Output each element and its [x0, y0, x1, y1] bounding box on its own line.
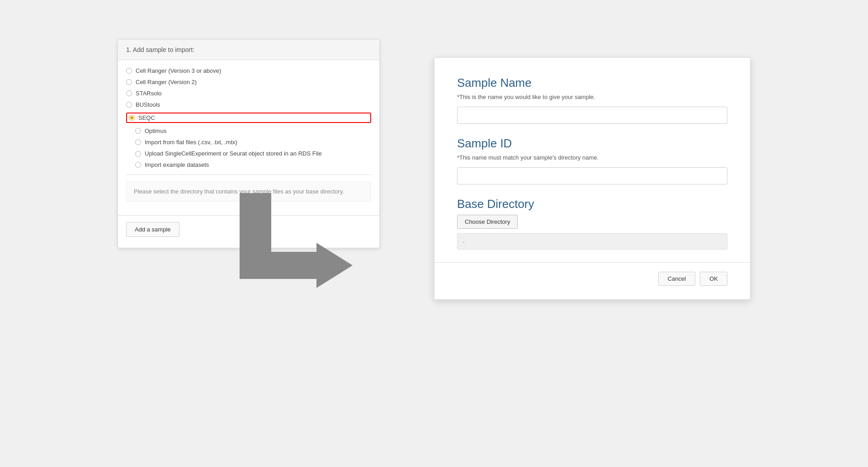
radio-circle-optimus[interactable] [135, 128, 141, 134]
base-directory-section: Base Directory Choose Directory . [457, 197, 727, 250]
sample-id-description: *This name must match your sample's dire… [457, 154, 727, 161]
radio-label-flatfiles: Import from flat files (.csv, .txt, .mtx… [145, 139, 237, 146]
radio-circle-bustools[interactable] [126, 102, 132, 108]
sample-name-title: Sample Name [457, 76, 727, 90]
dialog-footer: Cancel OK [457, 272, 727, 286]
radio-circle-starsolo[interactable] [126, 90, 132, 96]
radio-label-bustools: BUStools [136, 101, 160, 108]
radio-circle-seqc[interactable] [129, 115, 135, 121]
radio-item-singlecell[interactable]: Upload SingleCellExperiment or Seurat ob… [126, 150, 371, 157]
radio-circle-flatfiles[interactable] [135, 139, 141, 145]
separator [126, 175, 371, 175]
radio-label-singlecell: Upload SingleCellExperiment or Seurat ob… [145, 150, 322, 157]
sample-id-title: Sample ID [457, 137, 727, 151]
radio-item-starsolo[interactable]: STARsolo [126, 90, 371, 97]
current-directory-display: . [457, 233, 727, 250]
radio-label-starsolo: STARsolo [136, 90, 162, 97]
left-panel-header: 1. Add sample to import: [118, 40, 379, 60]
radio-label-example: Import example datasets [145, 161, 209, 168]
sample-name-description: *This is the name you would like to give… [457, 94, 727, 100]
radio-circle-example[interactable] [135, 162, 141, 168]
sample-name-input[interactable] [457, 107, 727, 124]
radio-label-optimus: Optimus [145, 127, 166, 134]
radio-item-cellranger2[interactable]: Cell Ranger (Version 2) [126, 79, 371, 85]
arrow-icon [226, 193, 353, 288]
left-panel-body: Cell Ranger (Version 3 or above) Cell Ra… [118, 60, 379, 215]
radio-item-cellranger3[interactable]: Cell Ranger (Version 3 or above) [126, 67, 371, 74]
add-sample-button[interactable]: Add a sample [126, 222, 179, 237]
cancel-button[interactable]: Cancel [658, 272, 695, 286]
dialog-separator [434, 262, 750, 263]
radio-label-cellranger2: Cell Ranger (Version 2) [136, 79, 197, 85]
radio-item-seqc[interactable]: SEQC [126, 113, 371, 123]
radio-label-seqc: SEQC [138, 114, 155, 121]
radio-item-flatfiles[interactable]: Import from flat files (.csv, .txt, .mtx… [126, 139, 371, 146]
sample-id-input[interactable] [457, 167, 727, 184]
svg-rect-0 [240, 193, 271, 252]
arrow-indicator [226, 193, 353, 290]
svg-marker-2 [316, 243, 353, 288]
radio-item-example[interactable]: Import example datasets [126, 161, 371, 168]
radio-circle-singlecell[interactable] [135, 151, 141, 157]
radio-label-cellranger3: Cell Ranger (Version 3 or above) [136, 67, 221, 74]
ok-button[interactable]: OK [700, 272, 727, 286]
radio-circle-cellranger2[interactable] [126, 79, 132, 85]
base-directory-title: Base Directory [457, 197, 727, 211]
radio-item-optimus[interactable]: Optimus [126, 127, 371, 134]
radio-circle-cellranger3[interactable] [126, 68, 132, 74]
choose-directory-button[interactable]: Choose Directory [457, 215, 518, 229]
radio-item-bustools[interactable]: BUStools [126, 101, 371, 108]
dialog-panel: Sample Name *This is the name you would … [434, 57, 750, 300]
